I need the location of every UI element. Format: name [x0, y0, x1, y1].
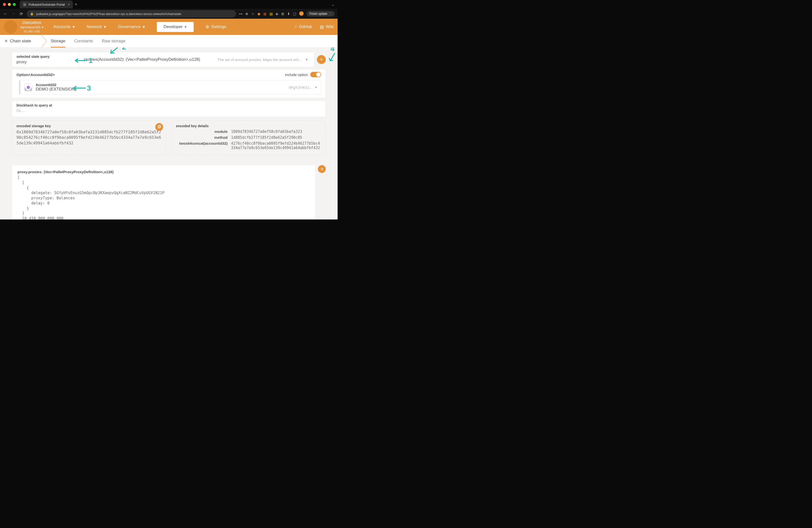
caret-down-icon: ▾ [73, 24, 75, 30]
fork-icon: ⑂ [294, 24, 297, 29]
nav-reload-icon[interactable]: ⟳ [19, 12, 24, 16]
finish-update-button[interactable]: Finish update ⋮ [307, 11, 335, 16]
nav-forward-icon[interactable]: → [11, 12, 16, 16]
encoded-key-value: 0x1809d78346727a0ef58c0fa03bafa3231d885d… [16, 129, 162, 146]
blockhash-input[interactable]: 0x… [16, 108, 321, 113]
github-link[interactable]: ⑂GitHub [294, 24, 312, 29]
lock-icon: 🔒 [30, 12, 34, 15]
state-query-card: selected state query proxy proxies(Accou… [12, 52, 315, 67]
identicon [24, 84, 32, 91]
caret-down-icon: ▾ [185, 24, 187, 30]
download-icon[interactable]: ⬇ [287, 12, 290, 16]
blockhash-card[interactable]: blockhash to query at 0x… [12, 101, 326, 117]
result-card: proxy.proxies: (Vec<PalletProxyProxyDefi… [12, 165, 316, 219]
page-body: 4 1 2 selected state query proxy proxies… [0, 47, 338, 219]
state-query-method-select[interactable]: proxies(AccountId32): (Vec<PalletProxyPr… [79, 52, 314, 67]
include-option-toggle[interactable] [310, 72, 321, 77]
block-number: #1,497,435 [24, 30, 40, 34]
caret-down-icon: ▾ [306, 57, 308, 62]
menu-governance[interactable]: Governance▾ [118, 24, 145, 30]
callout-4: 4 [328, 47, 337, 63]
network-name: Dancebox [23, 20, 41, 25]
tab-storage[interactable]: Storage [51, 35, 66, 47]
subnav: ≡ Chain state Storage Constants Raw stor… [0, 35, 338, 47]
new-tab-button[interactable]: + [75, 2, 77, 7]
book-icon: ▤ [320, 24, 324, 30]
option-type-label: Option<AccountId32> [16, 73, 55, 77]
database-icon: ≡ [5, 39, 8, 44]
app-header: Dancebox dancebox/500▾ #1,497,435 Accoun… [0, 19, 338, 35]
url-bar[interactable]: 🔒 polkadot.js.org/apps/?rpc=wss%3A%2F%2F… [27, 10, 236, 17]
browser-toolbar-icons: ⊶ ⊕ ☆ ◉ ▦ ▤ ◆ ⊞ ⬇ ▢ [239, 12, 304, 16]
gear-icon: ⚙ [205, 24, 209, 30]
zoom-icon[interactable]: ⊕ [245, 12, 248, 16]
breadcrumb[interactable]: ≡ Chain state [0, 39, 36, 44]
caret-down-icon: ▾ [104, 24, 106, 30]
svg-rect-1 [159, 125, 161, 128]
key-icon[interactable]: ⊶ [239, 12, 242, 16]
panel-icon[interactable]: ▢ [293, 12, 296, 16]
submit-query-button[interactable]: + [317, 55, 326, 64]
favicon: ▦ [23, 2, 27, 6]
ext-icon-4[interactable]: ◆ [276, 12, 278, 16]
ext-icon-2[interactable]: ▦ [263, 12, 266, 16]
close-result-button[interactable]: ✕ [318, 165, 326, 173]
menu-accounts[interactable]: Accounts▾ [54, 24, 75, 30]
tab-constants[interactable]: Constants [74, 35, 93, 47]
menu-settings[interactable]: ⚙Settings [205, 24, 226, 30]
account-selector[interactable]: 3 AccountId32 DEMO (EXTENSION) 5FgYJYKVJ… [19, 80, 321, 94]
browser-nav: ← → ⟳ 🔒 polkadot.js.org/apps/?rpc=wss%3A… [0, 9, 338, 19]
caret-down-icon: ▾ [315, 85, 317, 90]
option-card: Option<AccountId32> include option 3 Acc… [12, 69, 326, 98]
window-close-dot[interactable] [3, 3, 6, 6]
network-selector[interactable]: Dancebox dancebox/500▾ #1,497,435 [4, 20, 44, 34]
result-body: [ [ { delegate: 5GYyHYvEnuzG5mQpcBp3KXae… [17, 175, 310, 219]
caret-down-icon: ▾ [42, 25, 44, 30]
copy-key-button[interactable] [155, 123, 163, 131]
caret-down-icon: ▾ [143, 24, 145, 30]
wiki-link[interactable]: ▤Wiki [320, 24, 334, 30]
tab-title: Polkadot/Substrate Portal [29, 3, 65, 6]
menu-developer[interactable]: Developer▾ [157, 22, 194, 32]
nav-back-icon[interactable]: ← [3, 12, 8, 16]
encoded-details-card: encoded key details module 1809d78346727… [171, 120, 326, 155]
encoded-key-card: encoded storage key 0x1809d78346727a0ef5… [12, 120, 166, 155]
state-query-module-select[interactable]: selected state query proxy [12, 52, 79, 67]
profile-icon[interactable] [299, 11, 304, 16]
svg-rect-0 [158, 126, 160, 128]
puzzle-icon[interactable]: ⊞ [281, 12, 284, 16]
window-menu-icon[interactable]: ⌄ [331, 2, 335, 7]
macos-titlebar: ▦ Polkadot/Substrate Portal × + ⌄ [0, 0, 338, 9]
ext-icon-3[interactable]: ▤ [270, 12, 273, 16]
menu-network[interactable]: Network▾ [87, 24, 106, 30]
browser-tab[interactable]: ▦ Polkadot/Substrate Portal × [20, 0, 73, 9]
tab-raw-storage[interactable]: Raw storage [102, 35, 125, 47]
window-minimize-dot[interactable] [8, 3, 11, 6]
star-icon[interactable]: ☆ [251, 12, 255, 16]
url-text: polkadot.js.org/apps/?rpc=wss%3A%2F%2Ffr… [36, 12, 181, 16]
window-zoom-dot[interactable] [13, 3, 16, 6]
network-logo [4, 20, 17, 33]
top-menu: Accounts▾ Network▾ Governance▾ Developer… [54, 22, 227, 32]
ext-icon-1[interactable]: ◉ [257, 12, 260, 16]
tab-close-icon[interactable]: × [68, 2, 70, 6]
